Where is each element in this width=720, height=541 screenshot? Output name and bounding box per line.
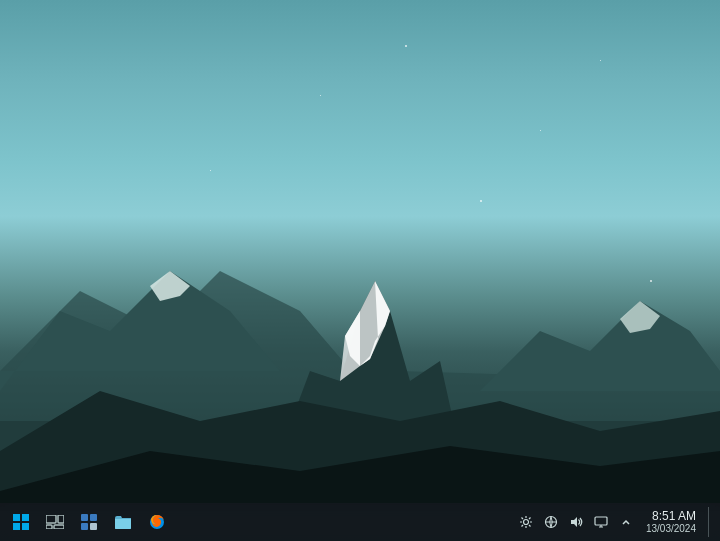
star: [405, 45, 407, 47]
svg-rect-20: [90, 514, 97, 521]
svg-marker-4: [480, 301, 720, 391]
svg-rect-12: [22, 514, 29, 521]
volume-icon[interactable]: [566, 512, 586, 532]
svg-rect-21: [81, 523, 88, 530]
svg-rect-13: [13, 523, 20, 530]
svg-rect-11: [13, 514, 20, 521]
clock-time: 8:51 AM: [652, 509, 696, 523]
settings-button[interactable]: [74, 507, 104, 537]
clock-date: 13/03/2024: [646, 523, 696, 535]
firefox-button[interactable]: [142, 507, 172, 537]
svg-rect-18: [54, 525, 64, 529]
svg-rect-26: [595, 517, 607, 525]
svg-rect-17: [46, 525, 52, 529]
system-tray: [516, 512, 636, 532]
mountain-illustration: [0, 71, 720, 511]
clock[interactable]: 8:51 AM 13/03/2024: [642, 507, 700, 537]
star: [600, 60, 601, 61]
task-view-button[interactable]: [40, 507, 70, 537]
files-button[interactable]: [108, 507, 138, 537]
tray-settings-icon[interactable]: [516, 512, 536, 532]
start-button[interactable]: [6, 507, 36, 537]
svg-rect-19: [81, 514, 88, 521]
show-desktop-button[interactable]: [708, 507, 714, 537]
svg-marker-25: [571, 517, 577, 527]
svg-rect-16: [58, 515, 64, 523]
display-icon[interactable]: [591, 512, 611, 532]
tray-expand-button[interactable]: [616, 512, 636, 532]
desktop: 8:51 AM 13/03/2024: [0, 0, 720, 541]
taskbar-left: [6, 507, 172, 537]
taskbar-right: 8:51 AM 13/03/2024: [516, 507, 714, 537]
network-icon[interactable]: [541, 512, 561, 532]
svg-rect-22: [90, 523, 97, 530]
svg-rect-15: [46, 515, 56, 523]
svg-rect-14: [22, 523, 29, 530]
taskbar: 8:51 AM 13/03/2024: [0, 503, 720, 541]
